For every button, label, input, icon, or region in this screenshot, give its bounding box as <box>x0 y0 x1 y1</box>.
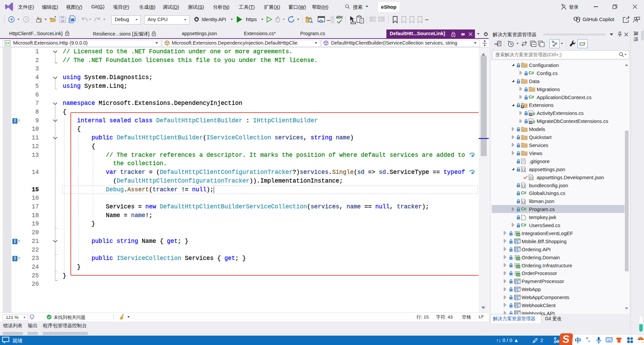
svg-text:{}: {} <box>522 200 525 204</box>
svg-text:{}: {} <box>522 168 525 172</box>
svg-text:{}: {} <box>529 177 533 180</box>
svg-text:C#: C# <box>517 265 520 268</box>
svg-text:C#: C# <box>517 257 520 260</box>
svg-text:C#: C# <box>517 273 520 276</box>
svg-text:{}: {} <box>522 184 525 188</box>
svg-text:#: # <box>533 120 535 124</box>
svg-text:C#: C# <box>517 233 520 236</box>
svg-text:#: # <box>533 112 535 116</box>
